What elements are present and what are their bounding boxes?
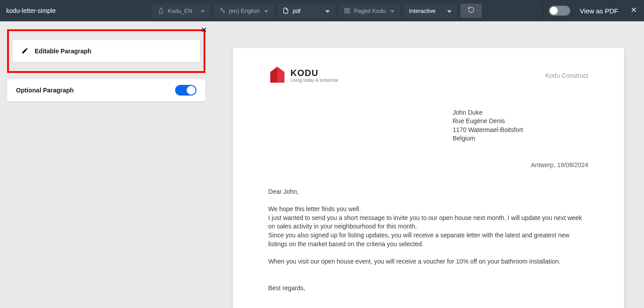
language-dropdown[interactable]: (en) English — [214, 4, 274, 18]
optional-paragraph-toggle[interactable] — [175, 85, 196, 96]
chevron-down-icon — [325, 8, 330, 14]
chevron-down-icon — [200, 8, 205, 14]
refresh-button[interactable] — [460, 4, 482, 18]
recipient-country: Belgium — [453, 134, 588, 143]
sidebar-panel: Editable Paragraph Optional Paragraph — [0, 21, 212, 308]
chevron-down-icon — [447, 8, 452, 14]
sidebar-close-button[interactable] — [200, 26, 208, 36]
top-toolbar: kodu-letter-simple Kodu_EN (en) English — [0, 0, 644, 21]
recipient-city: 1170 Watermael-Boitsfort — [453, 126, 588, 135]
layout-dropdown-label: Paged Kodu — [354, 8, 386, 14]
format-dropdown[interactable]: pdf — [277, 4, 335, 18]
refresh-icon — [468, 6, 475, 15]
recipient-street: Rue Eugène Denis — [453, 117, 588, 126]
recipient-name: John Duke — [453, 108, 588, 117]
toolbar-divider — [542, 3, 543, 19]
translate-icon — [219, 8, 225, 14]
profile-dropdown-label: Kodu_EN — [168, 8, 192, 14]
p1-line1: We hope this letter finds you well. — [268, 205, 588, 214]
view-pdf-toggle[interactable] — [549, 6, 570, 16]
close-button[interactable] — [628, 5, 640, 16]
letter-paragraph-2: When you visit our open house event, you… — [268, 257, 588, 266]
recipient-address: John Duke Rue Eugène Denis 1170 Watermae… — [453, 108, 588, 143]
mode-dropdown-label: Interactive — [409, 8, 436, 14]
p1-line3: Since you also signed up for listing upd… — [268, 231, 588, 248]
svg-rect-2 — [345, 11, 347, 13]
svg-rect-0 — [345, 8, 347, 10]
logo-tagline: Living today & tomorrow — [291, 77, 338, 84]
letter-greeting: Dear John, — [268, 188, 588, 196]
org-name: Kodu Construct — [545, 72, 588, 80]
close-icon — [630, 6, 638, 16]
profile-dropdown[interactable]: Kodu_EN — [152, 4, 210, 18]
layout-dropdown[interactable]: Paged Kodu — [339, 4, 400, 18]
flask-icon — [158, 8, 164, 14]
letter-paragraph-1: We hope this letter finds you well. I ju… — [268, 205, 588, 248]
logo-text: KODU — [291, 68, 338, 77]
chevron-down-icon — [390, 8, 395, 14]
letter-page: KODU Living today & tomorrow Kodu Constr… — [233, 48, 624, 308]
optional-paragraph-control: Optional Paragraph — [7, 79, 205, 101]
letter-signoff: Best regards, — [268, 284, 588, 293]
file-icon — [283, 8, 289, 14]
letter-date: Antwerp, 19/08/2024 — [268, 161, 588, 170]
editable-paragraph-control[interactable]: Editable Paragraph — [12, 40, 200, 62]
chevron-down-icon — [264, 8, 268, 14]
company-logo: KODU Living today & tomorrow — [268, 66, 338, 86]
house-icon — [268, 66, 286, 86]
layout-icon — [344, 8, 350, 14]
optional-paragraph-label: Optional Paragraph — [16, 87, 74, 94]
document-preview-area[interactable]: KODU Living today & tomorrow Kodu Constr… — [212, 21, 644, 308]
format-dropdown-label: pdf — [292, 8, 300, 14]
highlighted-control: Editable Paragraph — [7, 29, 205, 73]
language-dropdown-label: (en) English — [229, 8, 260, 14]
editable-paragraph-label: Editable Paragraph — [35, 48, 92, 55]
document-title: kodu-letter-simple — [4, 7, 149, 14]
close-icon — [200, 28, 208, 35]
svg-rect-1 — [348, 8, 350, 10]
pencil-icon — [21, 47, 28, 56]
p1-line2: I just wanted to send you a short messag… — [268, 214, 588, 231]
view-pdf-label: View as PDF — [580, 7, 618, 15]
mode-dropdown[interactable]: Interactive — [404, 4, 457, 18]
svg-rect-3 — [348, 11, 350, 13]
